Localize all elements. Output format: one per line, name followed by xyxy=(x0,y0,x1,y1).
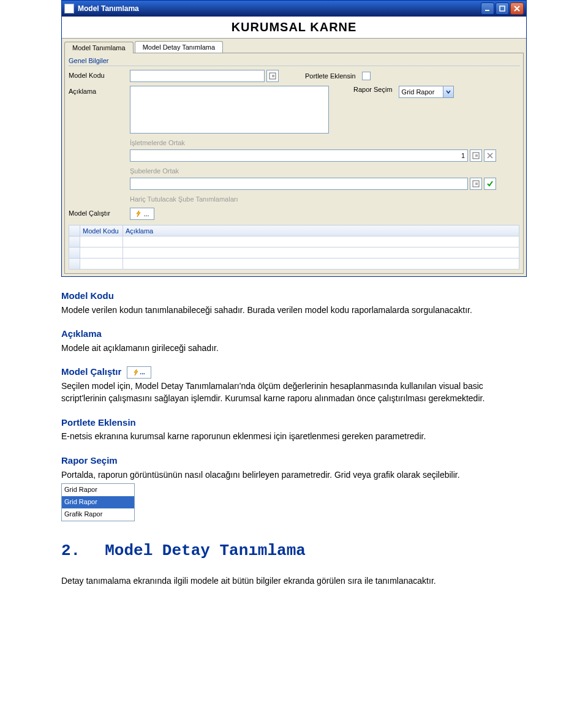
rapor-secim-select[interactable]: Grid Rapor xyxy=(399,86,454,98)
grid-header-row: Model Kodu Açıklama xyxy=(69,225,519,236)
svg-rect-2 xyxy=(473,153,479,159)
window-title: Model Tanımlama xyxy=(78,4,481,13)
label-aciklama: Açıklama xyxy=(69,86,130,95)
heading-rapor-secim: Rapor Seçim xyxy=(61,454,527,467)
tab-model-tanimlama[interactable]: Model Tanımlama xyxy=(64,42,134,53)
grid-row[interactable] xyxy=(69,259,519,270)
section-2-heading: 2.Model Detay Tanımlama xyxy=(61,540,527,563)
dropdown-item-selected[interactable]: Grid Rapor xyxy=(62,496,134,508)
app-icon xyxy=(64,4,74,13)
label-rapor-secim: Rapor Seçim xyxy=(353,86,393,93)
grid-col-aciklama[interactable]: Açıklama xyxy=(123,225,519,236)
para-section-2: Detay tanımalama ekranında ilgili modele… xyxy=(61,575,527,587)
svg-rect-1 xyxy=(270,73,276,79)
tab-model-detay-tanimlama[interactable]: Model Detay Tanımlama xyxy=(135,41,223,53)
heading-model-calistir: Model Çalıştır ... xyxy=(61,365,527,379)
model-kodu-input[interactable] xyxy=(130,70,265,82)
subelerde-confirm-button[interactable] xyxy=(484,178,496,190)
para-rapor-secim: Portalda, raporun görüntüsünün nasıl ola… xyxy=(61,469,527,481)
para-portlete-eklensin: E-netsis ekranına kurumsal karne raporun… xyxy=(61,430,527,442)
rapor-secim-value: Grid Rapor xyxy=(402,88,435,96)
grid: Model Kodu Açıklama xyxy=(69,225,519,270)
grid-corner xyxy=(69,225,80,236)
portlete-eklensin-checkbox[interactable] xyxy=(362,72,371,80)
document-text: Model Kodu Modele verilen kodun tanımlan… xyxy=(61,289,527,587)
svg-rect-3 xyxy=(473,181,479,187)
heading-portlete-eklensin: Portlete Eklensin xyxy=(61,416,527,429)
maximize-button[interactable] xyxy=(496,2,509,15)
label-portlete-eklensin: Portlete Eklensin xyxy=(305,72,356,80)
app-title: KURUMSAL KARNE xyxy=(62,17,526,39)
label-isletmelerde-ortak: İşletmelerde Ortak xyxy=(130,139,185,146)
isletmelerde-lookup-button[interactable] xyxy=(470,149,482,162)
label-subelerde-ortak: Şubelerde Ortak xyxy=(130,167,179,175)
aciklama-textarea[interactable] xyxy=(130,86,329,134)
grid-col-model-kodu[interactable]: Model Kodu xyxy=(80,225,123,236)
rapor-secim-dropdown: Grid Rapor Grid Rapor Grafik Rapor xyxy=(61,483,135,521)
heading-model-kodu: Model Kodu xyxy=(61,289,527,303)
tab-pane: Genel Bilgiler Model Kodu Portlete Eklen… xyxy=(64,53,524,274)
isletmelerde-clear-button[interactable] xyxy=(484,149,496,162)
dropdown-item[interactable]: Grid Rapor xyxy=(62,484,134,496)
chevron-down-icon xyxy=(443,86,453,97)
minimize-button[interactable] xyxy=(481,2,494,15)
label-model-calistir: Model Çalıştır xyxy=(69,208,130,217)
lightning-icon: ... xyxy=(127,366,151,379)
heading-aciklama: Açıklama xyxy=(61,327,527,341)
label-model-kodu: Model Kodu xyxy=(69,70,130,79)
close-button[interactable] xyxy=(510,2,524,15)
model-kodu-lookup-button[interactable] xyxy=(266,70,279,82)
isletmelerde-ortak-input[interactable] xyxy=(130,149,468,162)
model-calistir-button[interactable]: ... xyxy=(130,208,154,220)
subelerde-lookup-button[interactable] xyxy=(470,178,482,190)
grid-row[interactable] xyxy=(69,247,519,259)
titlebar[interactable]: Model Tanımlama xyxy=(62,1,526,17)
grid-row[interactable] xyxy=(69,236,519,247)
para-model-kodu: Modele verilen kodun tanımlanabileceği s… xyxy=(61,304,527,316)
subelerde-ortak-input[interactable] xyxy=(130,178,468,190)
group-genel-bilgiler: Genel Bilgiler xyxy=(69,57,519,66)
para-model-calistir: Seçilen model için, Model Detay Tanımlam… xyxy=(61,380,527,405)
para-aciklama: Modele ait açıklamanın girileceği sahadı… xyxy=(61,342,527,354)
svg-rect-0 xyxy=(500,6,505,11)
model-calistir-button-label: ... xyxy=(143,210,149,217)
label-haric-sube: Hariç Tutulacak Şube Tanımlamaları xyxy=(130,195,238,203)
tabs: Model Tanımlama Model Detay Tanımlama xyxy=(62,39,526,53)
dropdown-item[interactable]: Grafik Rapor xyxy=(62,508,134,521)
app-window: Model Tanımlama KURUMSAL KARNE Model Tan… xyxy=(61,0,527,277)
